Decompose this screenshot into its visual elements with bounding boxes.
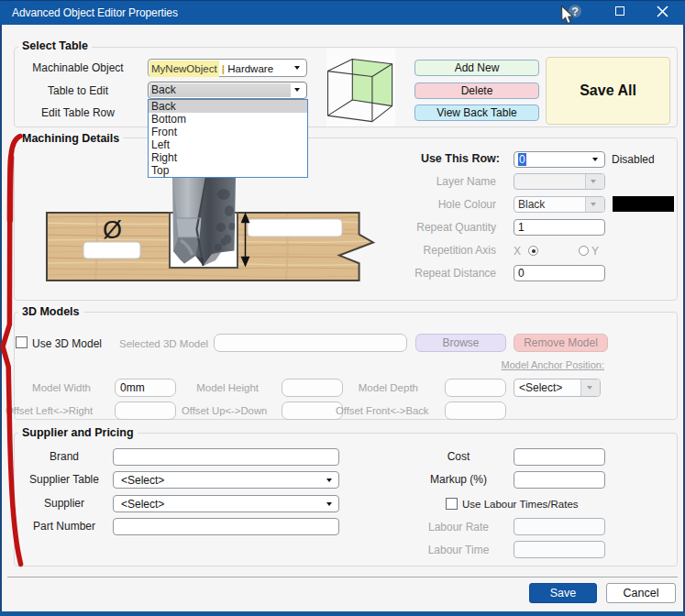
svg-text:Ø: Ø (103, 216, 122, 244)
